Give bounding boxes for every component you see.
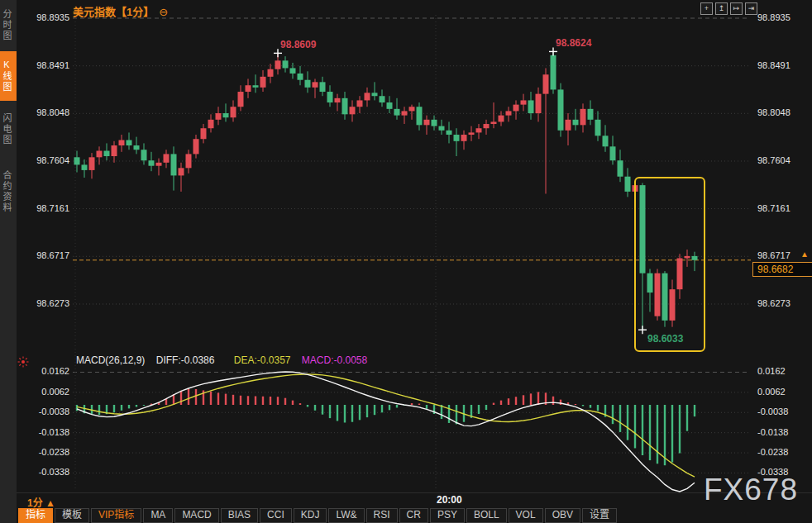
macd-axis-label-left: -0.0138 — [15, 427, 69, 437]
candles-layer — [74, 51, 698, 330]
macd-axis-label-right: -0.0138 — [757, 427, 788, 437]
macd-layer — [77, 372, 695, 492]
tab-CR[interactable]: CR — [399, 508, 428, 523]
tab-KDJ[interactable]: KDJ — [294, 508, 327, 523]
tab-PSY[interactable]: PSY — [430, 508, 465, 523]
highlight-box — [635, 178, 705, 351]
price-axis-label-left: 98.6273 — [15, 298, 69, 308]
tab-VOL[interactable]: VOL — [509, 508, 543, 523]
macd-formula: MACD(26,12,9) DIFF:-0.0386 — [76, 354, 222, 366]
tab-BOLL[interactable]: BOLL — [466, 508, 507, 523]
tab-BIAS[interactable]: BIAS — [221, 508, 258, 523]
macd-axis-label-left: -0.0338 — [15, 467, 69, 477]
macd-axis-label-right: -0.0038 — [757, 407, 788, 416]
price-axis-label-right: 98.7604 — [757, 155, 791, 165]
tab-LW&[interactable]: LW& — [328, 508, 364, 523]
price-axis-label-right: 98.6273 — [757, 298, 791, 308]
price-axis-label-right: 98.8048 — [757, 107, 791, 117]
tab-模板[interactable]: 模板 — [55, 508, 89, 523]
interval-selector[interactable]: 1分 ▲ — [27, 495, 55, 509]
indicator-tab-bar: 指标模板VIP指标MAMACDBIASCCIKDJLW&RSICRPSYBOLL… — [18, 508, 617, 523]
price-gridlines — [73, 15, 749, 491]
dropdown-arrow-icon: ▲ — [45, 497, 55, 509]
price-axis-label-left: 98.8048 — [15, 107, 69, 117]
macd-axis-label-right: 0.0162 — [757, 366, 786, 376]
panel-divider — [17, 492, 812, 493]
high-annotation-2: 98.8624 — [556, 37, 591, 49]
macd-header: MACD(26,12,9) DIFF:-0.0386 DEA:-0.0357 M… — [76, 354, 375, 366]
high-annotation-1: 98.8609 — [280, 39, 316, 50]
macd-axis-label-right: -0.0338 — [757, 467, 788, 477]
price-axis-label-left: 98.7604 — [15, 155, 69, 165]
macd-value: MACD:-0.0058 — [302, 354, 367, 366]
price-axis-label-left: 98.8491 — [15, 60, 69, 70]
macd-axis-label-left: 0.0062 — [15, 387, 69, 397]
macd-axis-label-right: -0.0238 — [757, 447, 788, 457]
diff-line — [77, 372, 695, 492]
tab-MA[interactable]: MA — [143, 508, 173, 523]
trading-app-window: 分时图K线图闪电图合约资料 美元指数【1分】⊖ +↥↦⇥ 98.8609 98.… — [0, 0, 812, 523]
tab-VIP指标[interactable]: VIP指标 — [91, 508, 141, 523]
tab-指标[interactable]: 指标 — [18, 508, 53, 523]
price-axis-label-left: 98.8935 — [15, 12, 69, 22]
low-annotation: 98.6033 — [647, 333, 683, 345]
low-cross-marker — [638, 326, 647, 334]
current-price-label: 98.6682 — [752, 262, 812, 277]
price-axis-label-right: 98.8935 — [757, 12, 791, 22]
price-axis-label-right: 98.6717 — [757, 250, 791, 260]
tab-CCI[interactable]: CCI — [260, 508, 292, 523]
time-axis-label: 20:00 — [437, 494, 462, 506]
tab-设置[interactable]: 设置 — [582, 508, 617, 523]
macd-axis-label-left: -0.0038 — [15, 407, 69, 416]
price-axis-label-left: 98.7161 — [15, 203, 69, 213]
dea-line — [77, 374, 695, 477]
price-axis-label-left: 98.6717 — [15, 250, 69, 260]
macd-axis-label-left: -0.0238 — [15, 447, 69, 457]
macd-axis-label-left: 0.0162 — [15, 366, 69, 376]
price-axis-label-right: 98.7161 — [757, 203, 791, 213]
price-up-arrow-icon: ▲ — [800, 250, 809, 259]
tab-MACD[interactable]: MACD — [174, 508, 218, 523]
diff-value: DIFF:-0.0386 — [156, 354, 215, 366]
tab-OBV[interactable]: OBV — [545, 508, 580, 523]
tab-RSI[interactable]: RSI — [366, 508, 398, 523]
watermark: FX678 — [704, 473, 798, 507]
chart-canvas[interactable] — [0, 0, 812, 523]
price-axis-label-right: 98.8491 — [757, 60, 791, 70]
dea-value: DEA:-0.0357 — [234, 354, 291, 366]
macd-axis-label-right: 0.0062 — [757, 387, 786, 397]
